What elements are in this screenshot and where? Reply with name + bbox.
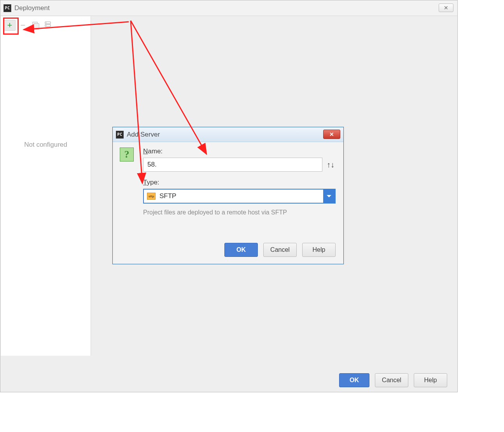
copy-server-button[interactable] bbox=[30, 20, 40, 31]
remove-server-button[interactable]: − bbox=[17, 20, 29, 31]
add-server-close-button[interactable]: ✕ bbox=[323, 130, 340, 139]
add-server-dialog: PC Add Server ✕ ? Name: ↑↓ bbox=[112, 127, 344, 264]
default-server-button[interactable] bbox=[42, 20, 54, 31]
svg-point-3 bbox=[46, 25, 47, 26]
add-server-ok-button[interactable]: OK bbox=[224, 243, 258, 257]
help-icon: ? bbox=[120, 148, 134, 162]
server-list-toolbar: + − bbox=[1, 16, 91, 32]
type-label: Type: bbox=[143, 179, 336, 186]
deployment-button-row: OK Cancel Help bbox=[0, 369, 457, 392]
type-hint-text: Project files are deployed to a remote h… bbox=[143, 209, 336, 216]
deployment-cancel-button[interactable]: Cancel bbox=[375, 373, 408, 387]
close-icon: ✕ bbox=[329, 131, 334, 137]
sftp-icon: sftp bbox=[147, 193, 156, 200]
server-list-sidebar: + − Not configured bbox=[1, 16, 91, 356]
pycharm-icon: PC bbox=[4, 4, 11, 12]
server-type-dropdown[interactable]: sftp SFTP bbox=[143, 189, 336, 204]
copy-icon bbox=[32, 22, 38, 29]
pycharm-icon: PC bbox=[116, 131, 124, 139]
chevron-down-icon bbox=[323, 190, 335, 203]
plus-icon: + bbox=[7, 21, 12, 30]
add-server-button[interactable]: + bbox=[4, 20, 16, 31]
minus-icon: − bbox=[21, 20, 26, 30]
add-server-titlebar: PC Add Server ✕ bbox=[113, 127, 343, 142]
add-server-help-button[interactable]: Help bbox=[302, 243, 336, 257]
add-server-title: Add Server bbox=[127, 131, 160, 139]
deployment-help-button[interactable]: Help bbox=[414, 373, 447, 387]
server-type-selected: SFTP bbox=[159, 192, 176, 200]
deployment-titlebar: PC Deployment ✕ bbox=[0, 0, 457, 16]
close-icon: ✕ bbox=[444, 5, 448, 11]
sort-toggle-button[interactable]: ↑↓ bbox=[326, 160, 336, 169]
add-server-button-row: OK Cancel Help bbox=[224, 243, 336, 257]
deployment-close-button[interactable]: ✕ bbox=[439, 4, 453, 12]
add-server-body: ? Name: ↑↓ Type: sftp SFTP bbox=[113, 142, 343, 264]
server-icon bbox=[44, 21, 51, 30]
svg-point-2 bbox=[46, 22, 47, 23]
sort-icon: ↑↓ bbox=[327, 160, 334, 169]
name-label: Name: bbox=[143, 148, 336, 155]
not-configured-label: Not configured bbox=[1, 141, 91, 149]
deployment-title: Deployment bbox=[14, 4, 50, 12]
add-server-cancel-button[interactable]: Cancel bbox=[263, 243, 297, 257]
server-name-input[interactable] bbox=[143, 158, 322, 172]
deployment-window: PC Deployment ✕ + − bbox=[0, 0, 458, 392]
deployment-ok-button[interactable]: OK bbox=[339, 373, 369, 387]
